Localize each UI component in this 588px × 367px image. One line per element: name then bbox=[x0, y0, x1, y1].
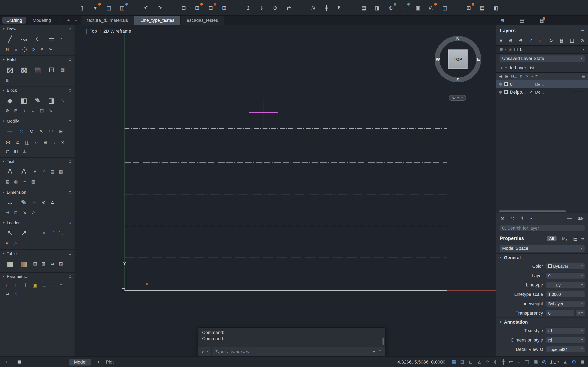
hide-layer-list-toggle[interactable]: ▾ Hide Layer List bbox=[496, 63, 588, 72]
current-layer-row[interactable]: ▪ ☀ 0 ▾ bbox=[496, 45, 588, 53]
lock-layer-icon[interactable]: ▪ bbox=[530, 216, 532, 221]
rectangle-icon[interactable]: ▭ bbox=[45, 33, 58, 44]
snap-icon[interactable]: ⊞ bbox=[460, 359, 464, 365]
erase-icon[interactable]: ⊟ bbox=[42, 139, 49, 145]
text-justify-icon[interactable]: ≡ bbox=[21, 179, 28, 185]
layer-status-dot[interactable] bbox=[499, 83, 502, 86]
viewport-visual-style-button[interactable]: 2D Wireframe bbox=[103, 29, 131, 34]
isodraft-icon[interactable]: ◇ bbox=[486, 359, 489, 365]
table-style-icon[interactable]: ▦ bbox=[17, 258, 30, 269]
palette-section-header[interactable]: ▾ Dimension ⚙ bbox=[0, 188, 75, 196]
isolate-layer-icon[interactable]: ⊙ bbox=[501, 216, 504, 221]
undo-icon[interactable]: ↶ bbox=[142, 3, 151, 12]
gear-icon[interactable]: ⚙ bbox=[68, 221, 71, 225]
property-value-field[interactable]: rd ▾ bbox=[546, 336, 585, 343]
tool-sets-icon[interactable]: ⊞ bbox=[464, 3, 473, 12]
line-icon[interactable]: ╱ bbox=[4, 33, 16, 44]
save-as-icon[interactable]: ◫ bbox=[118, 3, 127, 12]
property-value-field[interactable]: Imperial24 ▾ bbox=[546, 346, 585, 352]
drawing-utilities-icon[interactable]: ▤ bbox=[359, 3, 368, 12]
polyline-icon[interactable]: ↝ bbox=[17, 33, 30, 44]
previous-layer-icon[interactable]: ↻ bbox=[549, 38, 553, 43]
data-link-icon[interactable]: ⇄ bbox=[49, 260, 56, 267]
general-section-header[interactable]: ▾ General bbox=[496, 253, 588, 261]
drawing-tab-textura[interactable]: textura_d...materiais bbox=[81, 16, 134, 25]
continue-dimension-icon[interactable]: ⊣ bbox=[4, 209, 11, 216]
drawn-line-dash-dot[interactable] bbox=[125, 128, 447, 129]
layers-panel-tab[interactable]: ≋ bbox=[501, 17, 505, 23]
freeze-icon[interactable]: ☀ bbox=[529, 90, 533, 94]
property-value-field[interactable]: 0 ▾ bbox=[546, 309, 575, 316]
project-manager-icon[interactable]: ◧ bbox=[491, 3, 500, 12]
equal-constraint-icon[interactable]: ≡ bbox=[58, 282, 65, 288]
viewcube-south[interactable]: S bbox=[456, 77, 459, 82]
annotation-section-header[interactable]: ▾ Annotation bbox=[496, 318, 588, 326]
name-column-header[interactable]: N... bbox=[511, 74, 517, 78]
lock-constraint-icon[interactable]: ▣ bbox=[31, 281, 39, 289]
palette-list-icon[interactable]: ≣ bbox=[17, 359, 21, 365]
sync-attributes-icon[interactable]: ↔ bbox=[30, 108, 37, 114]
hatch-edit-icon[interactable]: ▧ bbox=[59, 67, 66, 73]
spell-check-icon[interactable]: ✓ bbox=[40, 168, 47, 175]
collect-leaders-icon[interactable]: ⋱ bbox=[57, 230, 65, 236]
reference-manager-icon[interactable]: ▣ bbox=[413, 3, 422, 12]
gear-icon[interactable]: ⚙ bbox=[68, 274, 71, 278]
offset-icon[interactable]: ⊂ bbox=[13, 138, 22, 146]
dimension-style-icon[interactable]: ✎ bbox=[17, 197, 30, 208]
properties-list-icon[interactable]: ▤ bbox=[573, 236, 578, 241]
customization-icon[interactable]: ≣ bbox=[580, 359, 584, 365]
multileader-icon[interactable]: ↖ bbox=[4, 227, 16, 239]
annotation-scale-button[interactable]: 1:1 ▾ bbox=[550, 359, 559, 365]
lock-column-icon[interactable]: ▪ bbox=[531, 74, 533, 78]
text-frame-icon[interactable]: ▦ bbox=[57, 168, 65, 175]
export-text-icon[interactable]: ▥ bbox=[30, 179, 37, 185]
viewcube-east[interactable]: E bbox=[477, 57, 480, 62]
tab-overview-icon[interactable]: ⊞ bbox=[67, 17, 70, 23]
leader-asterisk-icon[interactable]: ∗ bbox=[4, 240, 11, 246]
aligned-dimension-icon[interactable]: ⊢ bbox=[31, 199, 39, 205]
workspace-gear-icon[interactable]: ⚙ bbox=[572, 359, 576, 365]
command-window[interactable]: Command:Command: >_ ▾ Type a command ▾ ↥ bbox=[198, 327, 385, 356]
multileader-style-icon[interactable]: ↗ bbox=[17, 227, 30, 239]
spline-cv-icon[interactable]: N bbox=[4, 46, 11, 52]
geometric-constraint-icon[interactable]: ∟ bbox=[4, 281, 12, 289]
batch-plot-icon[interactable]: ⊞ bbox=[220, 3, 229, 12]
gear-icon[interactable]: ⚙ bbox=[68, 190, 71, 194]
share-drawing-icon[interactable]: ⇄ bbox=[284, 3, 293, 12]
stretch-icon[interactable]: ▱ bbox=[33, 139, 40, 145]
table-cell-style-icon[interactable]: ▤ bbox=[31, 260, 39, 267]
gear-icon[interactable]: ⚙ bbox=[68, 251, 71, 256]
palette-section-header[interactable]: ▾ Block ⚙ bbox=[0, 86, 75, 94]
lineweight-display-icon[interactable]: ≡ bbox=[518, 359, 520, 365]
gear-icon[interactable]: ⚙ bbox=[68, 88, 71, 92]
gear-icon[interactable]: ⚙ bbox=[68, 58, 71, 62]
polar-tracking-icon[interactable]: ∠ bbox=[477, 359, 482, 365]
copy-icon[interactable]: ◫ bbox=[23, 138, 31, 146]
lineweight-column-icon[interactable]: ≡ bbox=[535, 74, 537, 78]
save-icon[interactable]: ◫ bbox=[104, 3, 113, 12]
freeze-layer-icon[interactable]: ☀ bbox=[520, 216, 525, 221]
attach-reference-icon[interactable]: ⊕ bbox=[271, 3, 280, 12]
hatch-solid-icon[interactable]: ▩ bbox=[17, 64, 30, 75]
property-value-field[interactable]: 0 ▾ bbox=[546, 272, 585, 279]
set-base-point-icon[interactable]: ▫ bbox=[21, 108, 28, 114]
rotate-icon[interactable]: ↻ bbox=[27, 127, 35, 135]
drawn-line-dash-dash-dot[interactable] bbox=[125, 162, 447, 162]
command-scrollbar[interactable] bbox=[382, 337, 384, 345]
palette-section-header[interactable]: ▾ Table ⚙ bbox=[0, 250, 75, 257]
selection-dropdown[interactable]: Model Space ▾ bbox=[499, 245, 585, 252]
property-value-field[interactable]: rd ▾ bbox=[546, 327, 585, 334]
add-palette-icon[interactable]: + bbox=[5, 359, 8, 365]
export-pdf-icon[interactable]: ↧ bbox=[257, 3, 266, 12]
plot-preview-icon[interactable]: ⊞ bbox=[193, 3, 202, 12]
viewport-view-button[interactable]: Top bbox=[90, 29, 97, 34]
remove-row-icon[interactable]: — bbox=[567, 216, 572, 221]
lengthen-icon[interactable]: ⊥ bbox=[21, 148, 28, 154]
visibility-column-icon[interactable]: ◉ bbox=[499, 74, 502, 78]
content-palette-icon[interactable]: ∵ bbox=[400, 3, 409, 12]
materials-panel-tab[interactable]: ▤ bbox=[520, 17, 525, 23]
copy-nested-icon[interactable]: ◫ bbox=[38, 108, 45, 114]
otrack-icon[interactable]: ╋ bbox=[502, 359, 505, 365]
align-icon[interactable]: ⇄ bbox=[4, 148, 11, 154]
page-setup-icon[interactable]: ⊟ bbox=[206, 3, 215, 12]
